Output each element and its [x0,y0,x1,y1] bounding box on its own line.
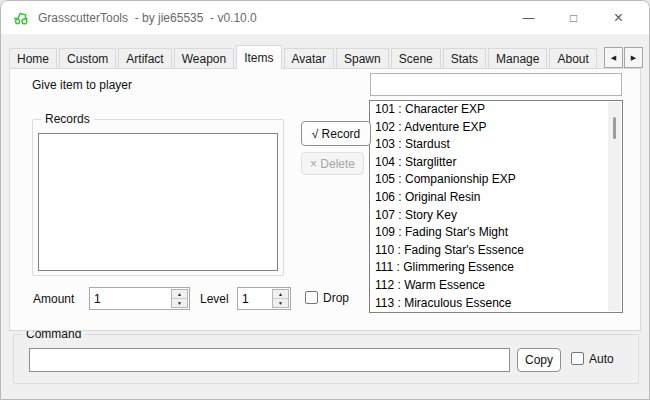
auto-checkbox-label[interactable]: Auto [589,352,614,366]
level-label: Level [200,292,229,306]
app-window: GrasscutterTools - by jie65535 - v0.10.0… [0,0,650,400]
tab-weapon[interactable]: Weapon [174,48,234,69]
records-list[interactable] [38,133,278,271]
tab-custom[interactable]: Custom [59,48,116,69]
item-list-scrollbar[interactable] [608,102,621,311]
tab-manage[interactable]: Manage [488,48,547,69]
item-list[interactable]: 101 : Character EXP 102 : Adventure EXP … [369,100,623,313]
list-item[interactable]: 102 : Adventure EXP [370,119,622,137]
app-logo-icon [13,10,30,25]
command-group: Command Copy Auto [13,334,639,384]
tab-artifact[interactable]: Artifact [118,48,171,69]
window-title: GrasscutterTools - by jie65535 - v0.10.0 [38,11,257,25]
window-controls: — □ × [506,1,641,34]
delete-button: × Delete [301,152,364,175]
list-item[interactable]: 104 : Starglitter [370,154,622,172]
maximize-icon[interactable]: □ [551,1,596,34]
tab-stats[interactable]: Stats [443,48,486,69]
command-input[interactable] [29,348,510,372]
scrollbar-thumb[interactable] [613,117,616,139]
auto-checkbox[interactable] [571,352,584,365]
tab-spawn[interactable]: Spawn [336,48,389,69]
level-spin-buttons: ▲ ▼ [272,289,289,308]
tab-scene[interactable]: Scene [391,48,441,69]
tab-scroll-right-icon[interactable]: ▶ [624,47,643,68]
tab-avatar[interactable]: Avatar [284,48,334,69]
record-button[interactable]: √ Record [301,121,371,146]
items-tab-page: Give item to player 101 : Character EXP … [9,68,641,331]
minimize-icon[interactable]: — [506,1,551,34]
list-item[interactable]: 113 : Miraculous Essence [370,295,622,313]
item-search-input[interactable] [370,73,622,96]
amount-stepper[interactable]: ▲ ▼ [89,287,190,310]
tab-scroll-left-icon[interactable]: ◀ [604,47,623,68]
level-input[interactable] [242,290,266,307]
page-title: Give item to player [32,78,132,92]
list-item[interactable]: 103 : Stardust [370,136,622,154]
list-item[interactable]: 110 : Fading Star's Essence [370,242,622,260]
copy-button[interactable]: Copy [517,348,561,372]
list-item[interactable]: 105 : Companionship EXP [370,171,622,189]
amount-input[interactable] [94,290,165,307]
tab-home[interactable]: Home [9,48,57,69]
records-group-label: Records [41,112,94,126]
list-item[interactable]: 107 : Story Key [370,207,622,225]
amount-label: Amount [33,292,74,306]
tab-about[interactable]: About [549,48,596,69]
close-icon[interactable]: × [596,1,641,34]
titlebar: GrasscutterTools - by jie65535 - v0.10.0… [1,1,649,34]
list-item[interactable]: 111 : Glimmering Essence [370,259,622,277]
level-stepper[interactable]: ▲ ▼ [237,287,291,310]
drop-checkbox[interactable] [305,291,318,304]
tab-bar: Home Custom Artifact Weapon Items Avatar… [9,46,643,69]
spin-down-icon[interactable]: ▼ [172,298,187,308]
drop-checkbox-label[interactable]: Drop [323,291,349,305]
list-item[interactable]: 109 : Fading Star's Might [370,224,622,242]
spin-down-icon[interactable]: ▼ [273,298,288,308]
tab-items[interactable]: Items [236,45,281,69]
list-item[interactable]: 112 : Warm Essence [370,277,622,295]
tab-scroll-buttons: ◀ ▶ [603,47,643,68]
list-item[interactable]: 106 : Original Resin [370,189,622,207]
list-item[interactable]: 101 : Character EXP [370,101,622,119]
amount-spin-buttons: ▲ ▼ [171,289,188,308]
records-group: Records [32,119,284,276]
